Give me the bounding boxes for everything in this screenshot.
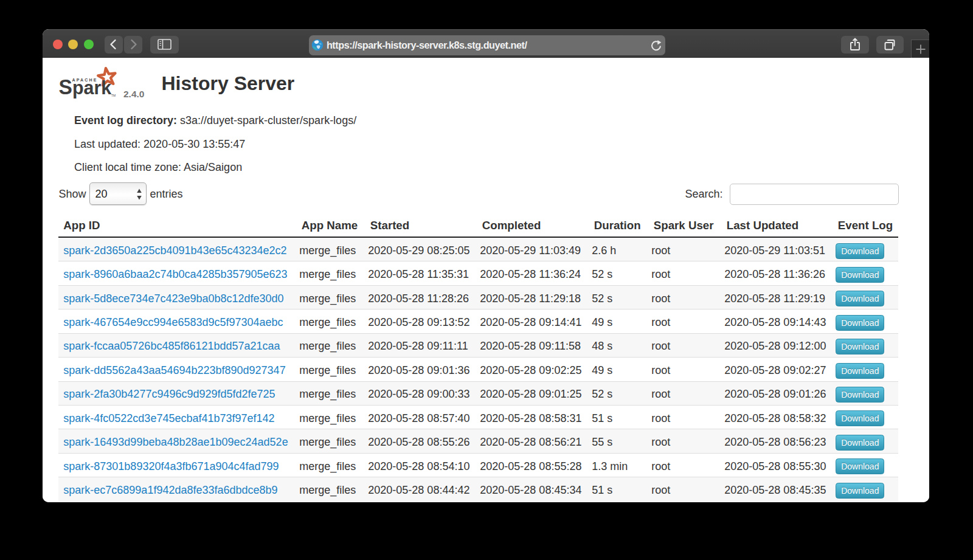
svg-text:park: park [72,77,112,99]
svg-text:S: S [59,75,72,99]
svg-text:TM: TM [111,94,116,97]
